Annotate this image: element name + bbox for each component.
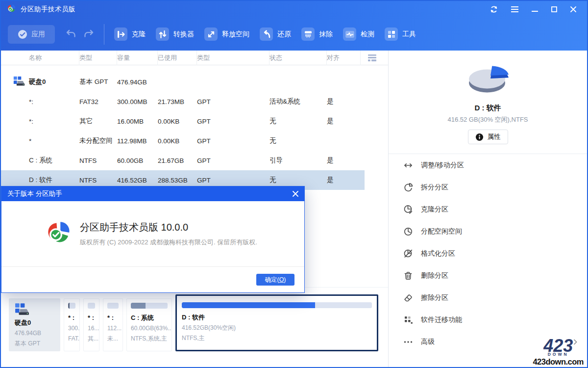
- converter-button[interactable]: 转换器: [156, 27, 194, 41]
- ok-button[interactable]: 确定(O): [256, 274, 294, 286]
- table-row-disk0[interactable]: 硬盘0 基本 GPT 476.94GB: [1, 72, 365, 92]
- app-mover-icon: [403, 315, 413, 325]
- titlebar: 分区助手技术员版: [1, 1, 587, 18]
- dialog-text-block: 分区助手技术员版 10.0.0 版权所有 (C) 2009-2022 成都傲梅科…: [80, 221, 257, 247]
- action-resize-move-partition[interactable]: 调整/移动分区: [389, 154, 587, 176]
- split-partition-icon: [403, 183, 413, 192]
- side-panel: D : 软件 416.52 GB(30% 空闲),NTFS 属性 调整/移动分区: [388, 51, 587, 367]
- action-wipe-partition[interactable]: 擦除分区: [389, 287, 587, 309]
- redo-icon[interactable]: [83, 29, 94, 39]
- overview-partition-1[interactable]: * : 300... FAT...: [64, 298, 80, 351]
- disk-overview: 硬盘0 476.94GB 基本 GPT * : 300... FAT... * …: [9, 298, 378, 351]
- restore-icon: [260, 27, 273, 41]
- usage-bar: [88, 303, 95, 309]
- dialog-titlebar: 关于版本 分区助手: [1, 186, 304, 201]
- product-version: 分区助手技术员版 10.0.0: [80, 221, 257, 234]
- column-header-capacity[interactable]: 容量: [117, 51, 158, 65]
- column-header-name[interactable]: 名称: [1, 51, 79, 65]
- check-circle-icon: [18, 29, 27, 39]
- wipe-button[interactable]: 抹除: [301, 27, 333, 41]
- wipe-label: 抹除: [319, 30, 333, 39]
- column-header-scheme[interactable]: 类型: [197, 51, 270, 65]
- overview-disk-capacity: 476.94GB: [15, 328, 54, 339]
- table-row-c-drive[interactable]: C : 系统 NTFS 60.00GB 21.67GB GPT 引导 是: [1, 151, 365, 170]
- overview-partition-3[interactable]: * : 112... 未...: [103, 298, 123, 351]
- free-space-button[interactable]: 释放空间: [204, 27, 249, 41]
- restore-label: 还原: [277, 30, 291, 39]
- undo-icon[interactable]: [66, 29, 76, 39]
- overview-disk-scheme: 基本 GPT: [15, 339, 54, 349]
- selected-partition-info: 416.52 GB(30% 空闲),NTFS: [389, 115, 587, 124]
- format-partition-icon: [403, 249, 413, 259]
- column-header-status[interactable]: 状态: [270, 51, 327, 65]
- overview-partition-c[interactable]: C : 系统 60.00GB(63%... NTFS,系统,主: [126, 298, 172, 351]
- overview-partition-2[interactable]: * : 16.... 其...: [83, 298, 99, 351]
- usage-bar: [182, 302, 372, 308]
- refresh-icon[interactable]: [490, 5, 498, 13]
- clone-button[interactable]: 克隆: [114, 27, 146, 41]
- converter-label: 转换器: [173, 30, 194, 39]
- table-header: 名称 类型 容量 已使用 类型 状态 对齐: [1, 51, 388, 65]
- action-delete-partition[interactable]: 删除分区: [389, 264, 587, 287]
- clone-partition-icon: [403, 205, 413, 214]
- maximize-icon[interactable]: [551, 6, 557, 12]
- about-dialog: 关于版本 分区助手 分区助手技术员版 10.0.0 版权所有 (C) 2009-…: [1, 186, 305, 293]
- disk-icon: [15, 309, 29, 317]
- table-row-partition1[interactable]: *: FAT32 300.00MB 21.73MB GPT 活动&系统 是: [1, 92, 365, 111]
- copyright-text: 版权所有 (C) 2009-2022 成都傲梅科技有限公司. 保留所有版权.: [80, 238, 257, 247]
- partition-pie-chart: [389, 60, 587, 103]
- apply-button[interactable]: 应用: [8, 25, 55, 44]
- clone-label: 克隆: [132, 30, 146, 39]
- usage-bar: [68, 303, 75, 309]
- properties-button[interactable]: 属性: [468, 130, 508, 144]
- tools-button[interactable]: 工具: [385, 27, 416, 41]
- usage-bar: [131, 303, 168, 309]
- action-split-partition[interactable]: 拆分分区: [389, 176, 587, 198]
- tools-label: 工具: [402, 30, 416, 39]
- tools-icon: [385, 27, 398, 41]
- resize-move-icon: [403, 160, 413, 170]
- header: 分区助手技术员版: [1, 1, 587, 51]
- dialog-footer: 确定(O): [1, 266, 304, 292]
- free-space-label: 释放空间: [222, 30, 249, 39]
- clone-icon: [114, 27, 127, 41]
- app-window: 分区助手技术员版: [0, 0, 588, 368]
- app-logo-icon: [7, 4, 16, 15]
- detect-icon: [343, 27, 356, 41]
- close-icon[interactable]: [570, 6, 576, 12]
- minimize-icon[interactable]: [532, 6, 538, 12]
- converter-icon: [156, 27, 169, 41]
- action-allocate-free-space[interactable]: 分配空闲空间: [389, 220, 587, 242]
- menu-icon[interactable]: [511, 6, 518, 12]
- table-row-unallocated[interactable]: * 未分配空间 112.98MB 0.00KB GPT 无: [1, 131, 365, 151]
- usage-bar: [107, 303, 119, 309]
- disk-icon: [13, 77, 25, 88]
- app-title: 分区助手技术员版: [21, 5, 75, 14]
- table-row-partition2[interactable]: *: 其它 16.00MB 0.00KB GPT 无 是: [1, 111, 365, 131]
- column-header-fs[interactable]: 类型: [79, 51, 117, 65]
- selected-partition-name: D : 软件: [389, 104, 587, 113]
- dialog-title: 关于版本 分区助手: [7, 189, 62, 198]
- wipe-partition-icon: [403, 293, 413, 303]
- restore-button[interactable]: 还原: [260, 27, 291, 41]
- apply-label: 应用: [31, 30, 45, 39]
- toolbar-separator: [104, 24, 104, 45]
- overview-disk-card[interactable]: 硬盘0 476.94GB 基本 GPT: [9, 298, 60, 351]
- dialog-close-icon[interactable]: [293, 191, 298, 197]
- action-list: 调整/移动分区 拆分分区 克隆分区: [389, 154, 587, 353]
- window-controls: [490, 5, 576, 13]
- list-view-icon[interactable]: [360, 51, 388, 65]
- wipe-icon: [301, 27, 315, 41]
- action-format-partition[interactable]: 格式化分区: [389, 242, 587, 264]
- column-header-aligned[interactable]: 对齐: [327, 51, 388, 65]
- column-header-used[interactable]: 已使用: [158, 51, 197, 65]
- properties-label: 属性: [488, 132, 501, 141]
- action-app-mover[interactable]: 软件迁移功能: [389, 309, 587, 331]
- more-icon: [403, 337, 413, 347]
- product-logo-icon: [46, 221, 72, 247]
- action-clone-partition[interactable]: 克隆分区: [389, 198, 587, 220]
- detect-button[interactable]: 检测: [343, 27, 374, 41]
- dialog-body: 分区助手技术员版 10.0.0 版权所有 (C) 2009-2022 成都傲梅科…: [1, 201, 304, 266]
- overview-partition-d[interactable]: D : 软件 416.52GB(30%空闲) NTFS,主: [175, 294, 378, 351]
- toolbar: 应用 克隆: [1, 18, 587, 51]
